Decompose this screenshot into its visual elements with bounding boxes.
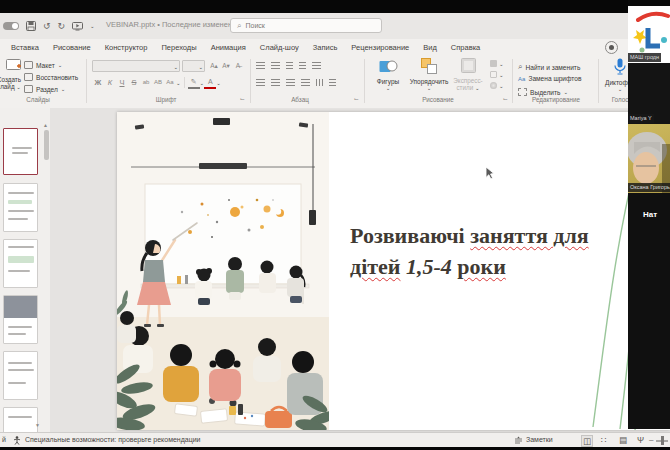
thumbnail-scrollbar[interactable] <box>44 130 49 160</box>
thumb-scroll-up-icon[interactable]: ▲ <box>43 122 48 128</box>
zoom-slider-thumb[interactable] <box>661 436 664 445</box>
find-replace-button[interactable]: ⌕Найти и заменить <box>518 62 580 72</box>
save-icon[interactable] <box>26 21 36 31</box>
quick-access-toolbar: ↺ ↻ ⌄ <box>3 13 95 39</box>
accessibility-icon[interactable] <box>13 436 21 445</box>
select-button[interactable]: Выделить⌄ <box>518 88 568 96</box>
highlight-pen-button[interactable]: ✎ <box>188 77 200 89</box>
thumbnail-slide-3[interactable] <box>3 239 38 288</box>
undo-icon[interactable]: ↺ <box>43 22 51 31</box>
view-slide-sorter-button[interactable]: ∷ <box>601 435 606 445</box>
view-normal-button[interactable]: ◫ <box>581 435 593 447</box>
shape-fill-button[interactable]: ⌄ <box>490 60 504 67</box>
participant-tile-camera-off[interactable]: Mariya Y <box>628 63 670 124</box>
font-dialog-launcher[interactable]: ⌙ <box>240 95 245 102</box>
arrange-icon <box>421 58 438 74</box>
redo-icon[interactable]: ↻ <box>58 22 66 31</box>
tab-view[interactable]: Вид <box>416 39 444 56</box>
replace-fonts-button[interactable]: АаЗамена шрифтов <box>518 75 581 82</box>
slide[interactable]: Розвиваючі заняття для дітей 1,5-4 роки <box>117 112 670 430</box>
line-spacing-icon[interactable] <box>312 62 321 69</box>
view-slideshow-button[interactable]: Ψ <box>637 435 644 445</box>
zoom-out-button[interactable]: – <box>649 435 653 444</box>
text-direction-icon[interactable] <box>329 79 336 86</box>
decrease-indent-icon[interactable] <box>286 62 293 69</box>
numbering-icon[interactable] <box>271 62 280 69</box>
arrange-button[interactable]: Упорядочить ⌄ <box>406 58 452 91</box>
participant-name-label: Нат <box>643 210 657 219</box>
drawing-mini-buttons: ⌄ ⌄ ⌄ <box>490 60 504 89</box>
subscript-button[interactable]: ab <box>140 76 152 89</box>
quick-styles-button[interactable]: Экспресс- стили ⌄ <box>450 58 486 91</box>
align-center-icon[interactable] <box>271 79 280 86</box>
status-bar: й Специальные возможности: проверьте рек… <box>0 432 670 447</box>
autosave-toggle[interactable] <box>3 22 19 30</box>
tab-insert[interactable]: Вставка <box>4 39 46 56</box>
slide-canvas[interactable]: Розвиваючі заняття для дітей 1,5-4 роки <box>50 108 670 432</box>
thumbnail-slide-4[interactable] <box>3 295 38 344</box>
thumbnail-slide-1[interactable] <box>3 128 38 175</box>
qat-chevron-icon[interactable]: ⌄ <box>90 23 95 29</box>
justify-icon[interactable] <box>301 79 310 86</box>
bullets-icon[interactable] <box>256 62 265 69</box>
paragraph-dialog-launcher[interactable]: ⌙ <box>354 95 359 102</box>
drawing-dialog-launcher[interactable]: ⌙ <box>503 95 508 102</box>
notes-button[interactable]: Заметки <box>526 436 553 443</box>
group-divider <box>598 59 599 103</box>
tab-help[interactable]: Справка <box>444 39 487 56</box>
font-color-button[interactable]: А <box>204 77 216 89</box>
layout-button[interactable]: Макет⌄ <box>24 61 62 69</box>
align-left-icon[interactable] <box>256 79 265 86</box>
underline-button[interactable]: Ч <box>116 76 128 89</box>
tab-record[interactable]: Запись <box>306 39 345 56</box>
shrink-font-button[interactable]: А▾ <box>220 59 232 72</box>
drawing-group-label: Рисование <box>422 96 454 103</box>
thumbnail-slide-6[interactable] <box>3 407 38 432</box>
italic-button[interactable]: К <box>104 76 116 89</box>
tab-design[interactable]: Конструктор <box>98 39 155 56</box>
group-divider <box>86 59 87 103</box>
tab-draw[interactable]: Рисование <box>46 39 98 56</box>
strikethrough-button[interactable]: S <box>128 76 140 89</box>
tab-transitions[interactable]: Переходы <box>154 39 203 56</box>
accessibility-status[interactable]: Специальные возможности: проверьте реком… <box>25 436 201 443</box>
thumb-scroll-down-icon[interactable]: ▼ <box>35 422 40 428</box>
new-slide-button[interactable]: Создать слайд ⌄ <box>0 58 24 90</box>
font-name-combo[interactable]: ⌄ <box>92 60 180 72</box>
slide-illustration-image[interactable] <box>117 112 329 430</box>
start-slideshow-icon[interactable] <box>72 22 83 31</box>
thumbnail-slide-2[interactable] <box>3 183 38 232</box>
align-right-icon[interactable] <box>286 79 295 86</box>
search-icon: ⌕ <box>237 21 241 31</box>
change-case-button[interactable]: Аа <box>164 76 176 89</box>
tab-slideshow[interactable]: Слайд-шоу <box>253 39 306 56</box>
clear-formatting-button[interactable]: А̶ <box>232 59 244 72</box>
slide-title-part-misspelled: дітей <box>350 254 401 279</box>
search-input[interactable]: ⌕ Поиск <box>230 18 382 33</box>
font-size-combo[interactable]: ⌄ <box>182 60 205 72</box>
thumbnail-slide-5[interactable] <box>3 351 38 400</box>
columns-icon[interactable] <box>316 79 323 86</box>
view-reading-button[interactable]: ▤ <box>619 435 627 445</box>
paragraph-group-label: Абзац <box>291 96 309 103</box>
video-participants-sidebar: МАШ гродн Mariya Y Оксана Григорь Нат <box>628 0 670 429</box>
shape-outline-button[interactable]: ⌄ <box>490 71 504 78</box>
character-spacing-button[interactable]: АВ <box>152 76 164 89</box>
shape-effects-button[interactable]: ⌄ <box>490 82 504 89</box>
mouse-cursor <box>485 166 495 180</box>
tab-review[interactable]: Рецензирование <box>344 39 416 56</box>
participant-tile-logo[interactable]: МАШ гродн <box>628 6 670 63</box>
reset-button[interactable]: Восстановить <box>24 73 78 81</box>
ribbon-options-button[interactable] <box>605 41 618 54</box>
tab-animations[interactable]: Анимация <box>204 39 253 56</box>
increase-indent-icon[interactable] <box>299 62 306 69</box>
group-divider <box>364 59 365 103</box>
participant-name-label: МАШ гродн <box>628 53 661 62</box>
section-button[interactable]: Раздел⌄ <box>24 85 65 93</box>
bold-button[interactable]: Ж <box>92 76 104 89</box>
shapes-button[interactable]: Фигуры ⌄ <box>368 58 408 91</box>
grow-font-button[interactable]: А▴ <box>208 59 220 72</box>
reset-icon <box>24 73 33 81</box>
participant-tile-video[interactable]: Оксана Григорь <box>628 124 670 193</box>
participant-tile-camera-off[interactable]: Нат <box>628 193 670 429</box>
